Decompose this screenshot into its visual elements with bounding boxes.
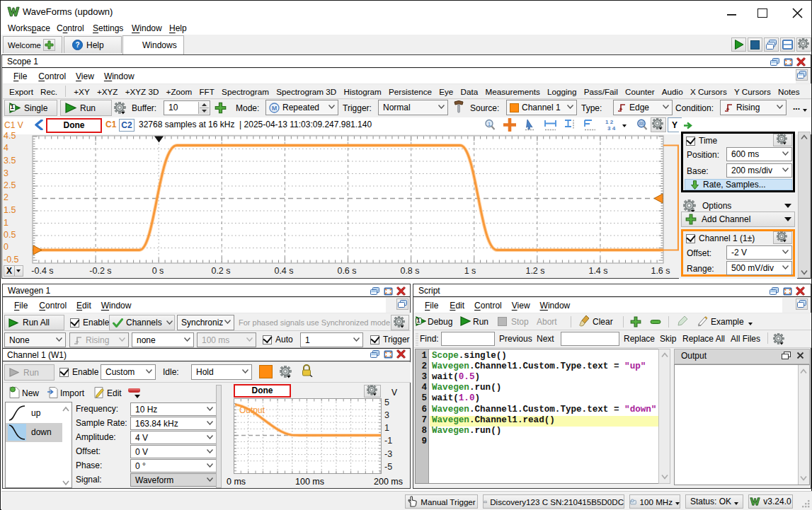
svg-text:1: 1 — [11, 103, 14, 110]
svg-text:88: 88 — [639, 121, 644, 126]
svg-text:M: M — [272, 104, 278, 111]
svg-text:1: 1 — [416, 317, 420, 324]
svg-text:?: ? — [75, 41, 79, 49]
svg-text:1: 1 — [488, 121, 491, 127]
svg-text:1 2: 1 2 — [605, 119, 614, 125]
svg-text:3 4: 3 4 — [607, 125, 616, 132]
svg-text:Output: Output — [239, 405, 265, 415]
